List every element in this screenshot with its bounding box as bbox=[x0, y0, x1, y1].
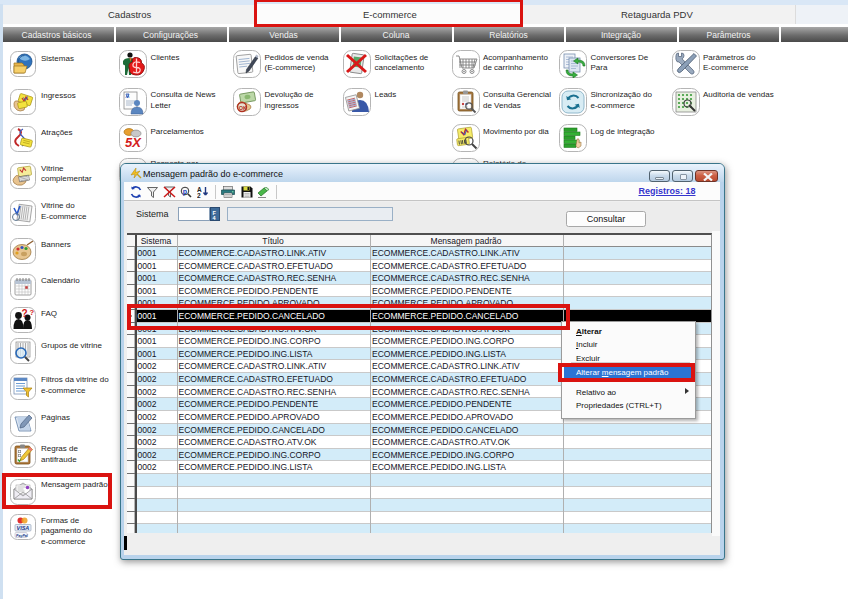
svg-text:5X: 5X bbox=[125, 135, 142, 150]
svg-text:OK: OK bbox=[239, 104, 247, 110]
svg-text:PayPal: PayPal bbox=[16, 533, 29, 537]
svg-text:?: ? bbox=[29, 308, 34, 317]
svg-text:2: 2 bbox=[197, 192, 201, 198]
svg-text:4: 4 bbox=[213, 215, 217, 221]
svg-text:A: A bbox=[125, 93, 130, 99]
svg-text:?: ? bbox=[21, 308, 27, 319]
svg-text:VISA: VISA bbox=[16, 525, 29, 531]
svg-text:p: p bbox=[183, 188, 187, 196]
